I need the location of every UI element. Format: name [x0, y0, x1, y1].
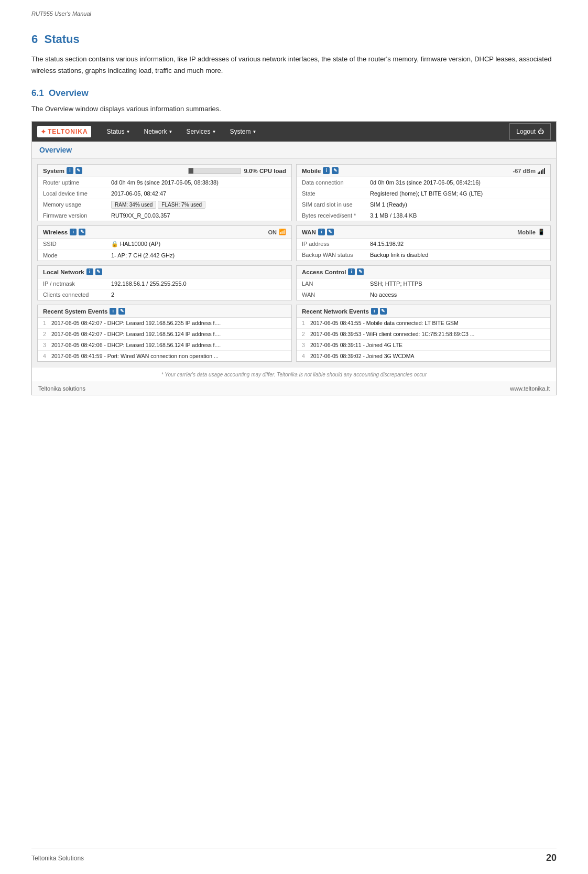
- sys-event-text-1: 2017-06-05 08:42:07 - DHCP: Leased 192.1…: [51, 320, 286, 326]
- sys-event-row-1: 1 2017-06-05 08:42:07 - DHCP: Leased 192…: [38, 318, 291, 329]
- mobile-edit-icon[interactable]: ✎: [332, 167, 339, 174]
- backup-wan-row: Backup WAN status Backup link is disable…: [297, 250, 550, 260]
- signal-bars-icon: [538, 168, 545, 174]
- nav-items: Status ▼ Network ▼ Services ▼ System ▼: [101, 124, 510, 139]
- wan-panel-title: WAN: [302, 229, 316, 235]
- wireless-panel-header: Wireless i ✎ ON 📶: [38, 226, 291, 239]
- wan-edit-icon[interactable]: ✎: [327, 229, 334, 235]
- nav-logo: ✦ TELTONIKA: [37, 126, 91, 137]
- mobile-panel-header: Mobile i ✎ -67 dBm: [297, 165, 550, 177]
- system-events-header: Recent System Events i ✎: [38, 305, 291, 318]
- ip-netmask-label: IP / netmask: [43, 280, 111, 287]
- wan-access-value: No access: [370, 292, 545, 298]
- ssid-label: SSID: [43, 241, 111, 247]
- system-panel: System i ✎ 9.0% CPU load Router uptime 0…: [37, 164, 292, 221]
- ssid-row: SSID 🔒 HAL10000 (AP): [38, 239, 291, 250]
- footer-right: www.teltonika.lt: [510, 385, 550, 392]
- access-control-panel-header: Access Control i ✎: [297, 266, 550, 278]
- system-edit-icon[interactable]: ✎: [75, 167, 82, 174]
- uptime-value: 0d 0h 4m 9s (since 2017-06-05, 08:38:38): [111, 179, 286, 186]
- subsection-heading: 6.1 Overview: [31, 88, 557, 99]
- footer-left: Teltonika solutions: [38, 385, 85, 392]
- panels-grid: System i ✎ 9.0% CPU load Router uptime 0…: [32, 159, 556, 367]
- net-events-edit-icon[interactable]: ✎: [380, 308, 387, 315]
- sys-events-info-icon[interactable]: i: [110, 308, 116, 315]
- net-event-row-2: 2 2017-06-05 08:39:53 - WiFi client conn…: [297, 329, 550, 340]
- access-control-info-icon[interactable]: i: [348, 268, 355, 275]
- recent-network-events-panel: Recent Network Events i ✎ 1 2017-06-05 0…: [296, 305, 551, 362]
- sys-event-text-3: 2017-06-05 08:42:06 - DHCP: Leased 192.1…: [51, 342, 286, 348]
- clients-label: Clients connected: [43, 292, 111, 298]
- nav-status[interactable]: Status ▼: [101, 124, 137, 139]
- data-conn-value: 0d 0h 0m 31s (since 2017-06-05, 08:42:16…: [370, 179, 545, 186]
- nav-system[interactable]: System ▼: [223, 124, 263, 139]
- clients-row: Clients connected 2: [38, 289, 291, 300]
- mode-row: Mode 1- AP; 7 CH (2.442 GHz): [38, 250, 291, 261]
- local-network-panel-title: Local Network: [43, 269, 84, 275]
- overview-label: Overview: [39, 146, 72, 154]
- ram-badge: RAM: 34% used: [111, 201, 156, 209]
- subsection-title-text: Overview: [49, 88, 89, 98]
- state-label: State: [302, 190, 370, 197]
- mobile-info-icon[interactable]: i: [323, 167, 330, 174]
- wan-status-area: Mobile 📱: [517, 229, 545, 235]
- sim-label: SIM card slot in use: [302, 201, 370, 208]
- sys-event-text-4: 2017-06-05 08:41:59 - Port: Wired WAN co…: [51, 353, 286, 359]
- cpu-bar: [188, 168, 241, 174]
- local-time-value: 2017-06-05, 08:42:47: [111, 190, 286, 197]
- local-network-panel: Local Network i ✎ IP / netmask 192.168.5…: [37, 265, 292, 300]
- wan-panel-header: WAN i ✎ Mobile 📱: [297, 226, 550, 239]
- net-event-text-1: 2017-06-05 08:41:55 - Mobile data connec…: [310, 320, 545, 326]
- net-event-row-4: 4 2017-06-05 08:39:02 - Joined 3G WCDMA: [297, 351, 550, 361]
- backup-wan-value: Backup link is disabled: [370, 252, 545, 258]
- teltonika-icon: ✦: [40, 127, 47, 136]
- access-control-panel-title: Access Control: [302, 269, 346, 275]
- logout-button[interactable]: Logout ⏻: [509, 123, 551, 140]
- nav-network[interactable]: Network ▼: [138, 124, 179, 139]
- chevron-down-icon: ▼: [212, 130, 216, 134]
- wan-panel: WAN i ✎ Mobile 📱 IP address 84.15.198.92…: [296, 225, 551, 261]
- sys-event-text-2: 2017-06-05 08:42:07 - DHCP: Leased 192.1…: [51, 331, 286, 337]
- data-connection-row: Data connection 0d 0h 0m 31s (since 2017…: [297, 177, 550, 188]
- local-network-info-icon[interactable]: i: [86, 268, 93, 275]
- footnote: * Your carrier's data usage accounting m…: [32, 367, 556, 382]
- wireless-panel: Wireless i ✎ ON 📶 SSID 🔒 HAL10000 (AP) M…: [37, 225, 292, 261]
- system-info-icon[interactable]: i: [67, 167, 73, 174]
- wireless-edit-icon[interactable]: ✎: [79, 229, 85, 235]
- signal-value: -67 dBm: [513, 168, 536, 174]
- nav-logo-text: TELTONIKA: [48, 128, 88, 135]
- page-header: RUT955 User's Manual: [31, 10, 557, 17]
- wireless-info-icon[interactable]: i: [70, 229, 77, 235]
- net-events-info-icon[interactable]: i: [371, 308, 378, 315]
- nav-services[interactable]: Services ▼: [180, 124, 222, 139]
- flash-badge: FLASH: 7% used: [158, 201, 205, 209]
- sys-event-num-3: 3: [43, 342, 51, 348]
- local-time-row: Local device time 2017-06-05, 08:42:47: [38, 188, 291, 199]
- section-number: 6: [31, 33, 38, 46]
- lan-value: SSH; HTTP; HTTPS: [370, 280, 545, 287]
- local-time-label: Local device time: [43, 190, 111, 197]
- router-footer-bar: Teltonika solutions www.teltonika.lt: [32, 382, 556, 395]
- local-network-edit-icon[interactable]: ✎: [95, 268, 102, 275]
- net-event-text-2: 2017-06-05 08:39:53 - WiFi client connec…: [310, 331, 545, 337]
- memory-value: RAM: 34% used FLASH: 7% used: [111, 201, 286, 208]
- ip-netmask-row: IP / netmask 192.168.56.1 / 255.255.255.…: [38, 278, 291, 289]
- memory-label: Memory usage: [43, 201, 111, 208]
- net-event-num-4: 4: [302, 353, 310, 359]
- state-value: Registered (home); LT BITE GSM; 4G (LTE): [370, 190, 545, 197]
- sys-events-edit-icon[interactable]: ✎: [118, 308, 125, 315]
- chevron-down-icon: ▼: [169, 130, 173, 134]
- mobile-panel: Mobile i ✎ -67 dBm: [296, 164, 551, 221]
- sys-event-row-2: 2 2017-06-05 08:42:07 - DHCP: Leased 192…: [38, 329, 291, 340]
- mode-label: Mode: [43, 252, 111, 258]
- network-events-header: Recent Network Events i ✎: [297, 305, 550, 318]
- lan-label: LAN: [302, 280, 370, 287]
- header-title: RUT955 User's Manual: [31, 10, 91, 17]
- router-ui-screenshot: ✦ TELTONIKA Status ▼ Network ▼ Services …: [31, 121, 557, 395]
- wan-info-icon[interactable]: i: [318, 229, 325, 235]
- access-control-edit-icon[interactable]: ✎: [357, 268, 364, 275]
- mobile-panel-title: Mobile: [302, 168, 321, 174]
- sys-event-num-1: 1: [43, 320, 51, 326]
- net-event-num-3: 3: [302, 342, 310, 348]
- sim-value: SIM 1 (Ready): [370, 201, 545, 208]
